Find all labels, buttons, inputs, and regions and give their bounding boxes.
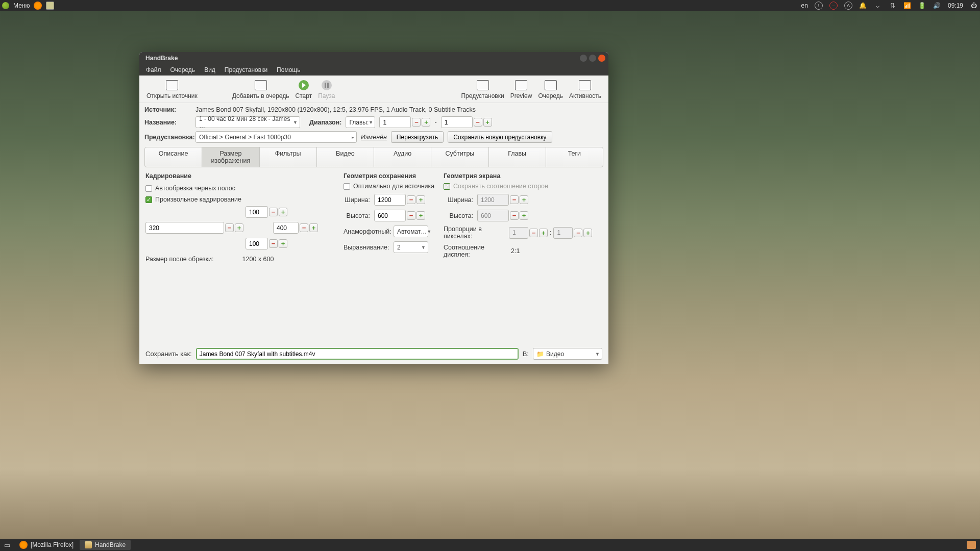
tab-picture-size[interactable]: Размер изображения	[202, 147, 259, 167]
crop-top-spinner[interactable]: −+	[246, 206, 287, 218]
open-source-button[interactable]: Открыть источник	[143, 79, 201, 101]
range-mode-select[interactable]: Главы:▼	[346, 116, 375, 128]
window-close-button[interactable]	[598, 55, 605, 62]
reload-preset-button[interactable]: Перезагрузить	[391, 131, 444, 143]
volume-icon[interactable]: 🔊	[933, 2, 941, 10]
preview-button[interactable]: Preview	[507, 79, 535, 101]
status-icon-1[interactable]: !	[815, 2, 823, 10]
chevron-down-icon: ▼	[293, 120, 298, 125]
tab-subtitles[interactable]: Субтитры	[431, 147, 488, 167]
film-icon	[166, 80, 178, 90]
menu-view[interactable]: Вид	[200, 65, 220, 75]
crop-left-spinner[interactable]: −+	[145, 222, 243, 234]
chapter-from-spinner[interactable]: −+	[379, 116, 430, 128]
chapter-from-input[interactable]	[379, 116, 411, 128]
tray-icon[interactable]	[967, 541, 976, 549]
presets-button[interactable]: Предустановки	[458, 79, 507, 101]
minus-icon[interactable]: −	[269, 239, 278, 248]
storage-width-spinner[interactable]: −+	[374, 194, 425, 206]
menu-file[interactable]: Файл	[141, 65, 166, 75]
storage-height-spinner[interactable]: −+	[374, 210, 425, 221]
title-select[interactable]: 1 - 00 час 02 мин 28 сек - James …▼	[195, 116, 300, 128]
display-height-input	[477, 210, 509, 221]
crop-top-input[interactable]	[246, 206, 268, 218]
firefox-launcher-icon[interactable]	[34, 2, 42, 10]
window-maximize-button[interactable]	[589, 55, 596, 62]
preview-icon	[515, 80, 527, 90]
start-button[interactable]: Старт	[292, 79, 315, 101]
plus-icon[interactable]: +	[422, 118, 430, 127]
crop-right-spinner[interactable]: −+	[273, 222, 318, 234]
save-new-preset-button[interactable]: Сохранить новую предустановку	[448, 131, 552, 143]
queue-button[interactable]: Очередь	[535, 79, 566, 101]
height-label-lbl: Высота:	[344, 212, 370, 219]
menu-button[interactable]: Меню	[13, 2, 30, 9]
minus-icon[interactable]: −	[474, 118, 482, 127]
dar-value: 2:1	[511, 247, 520, 255]
autocrop-checkbox[interactable]: Автообрезка черных полос	[145, 185, 344, 192]
minus-icon[interactable]: −	[412, 118, 421, 127]
network-icon[interactable]: ⇅	[889, 2, 897, 10]
minus-icon[interactable]: −	[225, 223, 234, 232]
clock[interactable]: 09:19	[948, 2, 963, 9]
taskbar-handbrake[interactable]: HandBrake	[80, 540, 131, 550]
crop-bottom-input[interactable]	[246, 238, 268, 249]
menu-help[interactable]: Помощь	[272, 65, 305, 75]
toolbar: Открыть источник Добавить в очередь Стар…	[139, 76, 608, 103]
plus-icon[interactable]: +	[416, 211, 425, 220]
anamorphic-select[interactable]: Автомат…▼	[394, 226, 428, 237]
destination-select[interactable]: 📁 Видео▼	[533, 348, 602, 360]
activity-button[interactable]: Активность	[566, 79, 604, 101]
tab-description[interactable]: Описание	[145, 147, 202, 167]
storage-width-input[interactable]	[374, 194, 406, 206]
preset-select[interactable]: Official > General > Fast 1080p30▸	[195, 131, 357, 143]
storage-height-input[interactable]	[374, 210, 406, 221]
crop-bottom-spinner[interactable]: −+	[246, 238, 287, 249]
window-titlebar[interactable]: HandBrake	[139, 52, 608, 64]
notifications-icon[interactable]: 🔔	[859, 2, 867, 10]
distro-logo-icon[interactable]	[2, 2, 9, 9]
add-to-queue-button[interactable]: Добавить в очередь	[229, 79, 292, 101]
minus-icon[interactable]: −	[407, 195, 415, 204]
destination-label: В:	[523, 350, 529, 358]
status-icon-3[interactable]: A	[844, 2, 852, 10]
plus-icon[interactable]: +	[279, 208, 287, 216]
save-as-label: Сохранить как:	[145, 350, 192, 358]
menu-bar: Файл Очередь Вид Предустановки Помощь	[139, 64, 608, 76]
keyboard-layout-indicator[interactable]: en	[801, 2, 808, 9]
alignment-select[interactable]: 2▼	[394, 241, 428, 253]
tab-audio[interactable]: Аудио	[374, 147, 431, 167]
minus-icon[interactable]: −	[300, 223, 308, 232]
minus-icon[interactable]: −	[407, 211, 415, 220]
plus-icon: +	[583, 229, 592, 237]
tab-filters[interactable]: Фильтры	[260, 147, 317, 167]
plus-icon[interactable]: +	[416, 195, 425, 204]
taskbar-firefox[interactable]: [Mozilla Firefox]	[14, 540, 79, 550]
wifi-icon[interactable]: 📶	[903, 2, 912, 10]
bluetooth-icon[interactable]: ⌵	[874, 2, 882, 10]
optimal-for-source-checkbox[interactable]: Оптимально для источника	[344, 183, 444, 190]
plus-icon[interactable]: +	[235, 223, 243, 232]
crop-left-input[interactable]	[145, 222, 224, 234]
minus-icon[interactable]: −	[269, 208, 278, 216]
status-icon-2[interactable]: –	[829, 2, 838, 10]
chapter-to-spinner[interactable]: −+	[441, 116, 492, 128]
tab-chapters[interactable]: Главы	[489, 147, 546, 167]
plus-icon[interactable]: +	[279, 239, 287, 248]
crop-right-input[interactable]	[273, 222, 299, 234]
tab-video[interactable]: Видео	[317, 147, 374, 167]
save-as-input[interactable]	[196, 348, 519, 360]
menu-queue[interactable]: Очередь	[166, 65, 200, 75]
menu-presets[interactable]: Предустановки	[220, 65, 272, 75]
minus-icon: −	[529, 229, 538, 237]
plus-icon[interactable]: +	[309, 223, 318, 232]
window-minimize-button[interactable]	[580, 55, 587, 62]
custom-crop-checkbox[interactable]: ✓Произвольное кадрирование	[145, 196, 344, 203]
file-manager-launcher-icon[interactable]	[46, 2, 54, 10]
battery-icon[interactable]: 🔋	[918, 2, 926, 10]
show-desktop-icon[interactable]: ▭	[3, 541, 11, 549]
plus-icon[interactable]: +	[483, 118, 492, 127]
tab-tags[interactable]: Теги	[546, 147, 603, 167]
chapter-to-input[interactable]	[441, 116, 473, 128]
power-icon[interactable]: ⏻	[970, 2, 978, 10]
